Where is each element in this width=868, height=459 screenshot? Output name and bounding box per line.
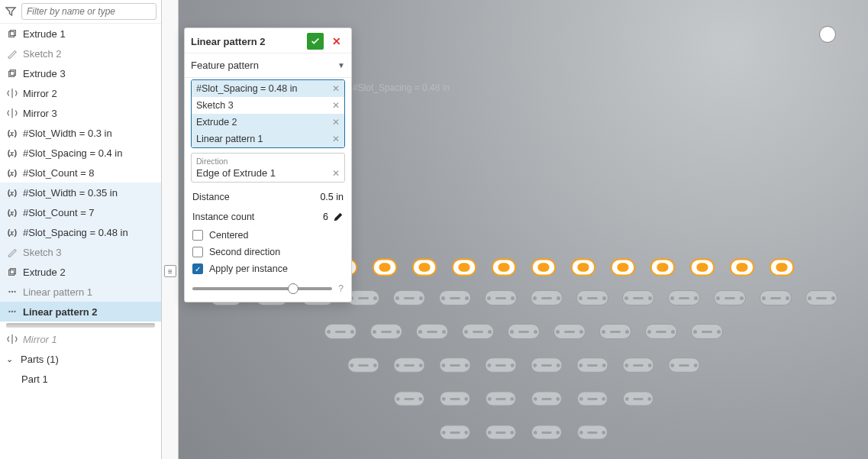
seed-slider[interactable] — [192, 287, 332, 290]
rollback-bar[interactable] — [6, 323, 155, 328]
feature-item[interactable]: Extrude 1 — [0, 24, 161, 44]
direction-value: Edge of Extrude 1 — [196, 167, 276, 179]
pattern-instance — [486, 392, 516, 406]
pattern-instance — [485, 290, 517, 305]
pattern-instance — [531, 357, 562, 373]
pattern-instance — [439, 357, 470, 373]
feature-item[interactable]: Extrude 3 — [0, 63, 161, 83]
feature-item-suppressed[interactable]: Mirror 1 — [0, 329, 161, 349]
cancel-button[interactable]: ✕ — [328, 33, 345, 50]
apply-per-instance-label: Apply per instance — [209, 263, 288, 274]
pattern-instance — [623, 392, 653, 406]
clear-direction-button[interactable]: ✕ — [332, 168, 340, 179]
feature-tree-panel: Extrude 1Sketch 2Extrude 3Mirror 2Mirror… — [0, 0, 162, 459]
feature-label: Mirror 3 — [23, 108, 57, 119]
filter-input[interactable] — [21, 3, 156, 20]
pattern-instance — [393, 290, 425, 305]
centered-checkbox[interactable] — [192, 230, 203, 241]
feature-item[interactable]: (𝑥)#Slot_Spacing = 0.48 in — [0, 222, 161, 242]
feature-item[interactable]: (𝑥)#Slot_Width = 0.3 in — [0, 123, 161, 143]
extrude-icon — [6, 27, 18, 40]
svg-rect-1 — [10, 31, 15, 36]
svg-point-7 — [11, 291, 13, 293]
pattern-instance — [531, 392, 562, 406]
apply-per-instance-checkbox[interactable]: ✓ — [192, 263, 203, 274]
feature-item[interactable]: Mirror 2 — [0, 83, 161, 103]
instance-count-input[interactable]: 6 — [323, 212, 328, 222]
pattern-seed-instance — [610, 259, 634, 276]
pattern-instance — [805, 290, 837, 305]
pattern-instance — [393, 357, 424, 373]
remove-reference-button[interactable]: ✕ — [332, 134, 340, 144]
remove-reference-button[interactable]: ✕ — [332, 117, 340, 128]
reference-item[interactable]: Extrude 2✕ — [192, 114, 344, 131]
feature-item[interactable]: (𝑥)#Slot_Spacing = 0.4 in — [0, 143, 161, 163]
feature-item[interactable]: Linear pattern 1 — [0, 282, 161, 302]
parts-header-label: Parts (1) — [21, 354, 59, 365]
feature-item[interactable]: (𝑥)#Slot_Count = 8 — [0, 163, 161, 183]
reference-item[interactable]: #Slot_Spacing = 0.48 in✕ — [192, 80, 344, 97]
feature-item[interactable]: Mirror 3 — [0, 103, 161, 123]
edit-expression-icon[interactable] — [333, 212, 344, 222]
feature-item[interactable]: Sketch 2 — [0, 44, 161, 63]
pattern-instance — [691, 324, 723, 339]
canvas-annotation: #Slot_Spacing = 0.48 in — [353, 82, 450, 93]
part-item[interactable]: Part 1 — [0, 369, 161, 389]
pattern-instance — [440, 425, 470, 440]
slider-knob[interactable] — [288, 283, 298, 294]
feature-label: #Slot_Count = 7 — [23, 207, 95, 218]
pattern-instance — [439, 290, 471, 305]
pattern-instance — [668, 290, 700, 305]
features-to-pattern-list[interactable]: #Slot_Spacing = 0.48 in✕Sketch 3✕Extrude… — [191, 79, 345, 148]
pattern-instance — [370, 324, 402, 339]
feature-label: #Slot_Width = 0.3 in — [23, 128, 112, 139]
rollback-marker-icon[interactable]: ≡ — [164, 265, 176, 277]
svg-rect-3 — [10, 70, 15, 76]
feature-label: Mirror 2 — [23, 88, 57, 99]
pattern-instance — [622, 357, 653, 373]
feature-item[interactable]: (𝑥)#Slot_Count = 7 — [0, 202, 161, 222]
instance-count-label: Instance count — [192, 212, 254, 222]
reference-item[interactable]: Linear pattern 1✕ — [192, 131, 344, 147]
distance-input[interactable]: 0.5 in — [320, 192, 344, 202]
pattern-seed-instance — [570, 259, 595, 276]
pattern-instance — [760, 290, 792, 305]
pattern-instance — [531, 290, 563, 305]
feature-label: Mirror 1 — [23, 334, 57, 345]
var-icon: (𝑥) — [6, 226, 18, 238]
confirm-button[interactable] — [307, 33, 324, 50]
svg-point-6 — [8, 291, 10, 293]
rollback-gutter[interactable]: ≡ — [162, 0, 179, 459]
pattern-instance — [553, 324, 586, 339]
filter-icon[interactable] — [5, 5, 17, 18]
svg-point-10 — [11, 311, 13, 312]
remove-reference-button[interactable]: ✕ — [332, 100, 340, 111]
feature-item[interactable]: Extrude 2 — [0, 262, 161, 282]
second-direction-label: Second direction — [209, 247, 280, 257]
feature-label: Sketch 3 — [23, 247, 62, 258]
pattern-instance — [577, 392, 608, 406]
feature-list[interactable]: Extrude 1Sketch 2Extrude 3Mirror 2Mirror… — [0, 24, 161, 459]
feature-item[interactable]: (𝑥)#Slot_Width = 0.35 in — [0, 183, 161, 202]
mirror-icon — [6, 87, 18, 99]
mirror-icon — [6, 333, 18, 345]
svg-rect-5 — [10, 269, 15, 274]
feature-item[interactable]: Linear pattern 2 — [0, 302, 161, 322]
pattern-instance — [394, 392, 424, 406]
parts-header[interactable]: ⌄Parts (1) — [0, 349, 161, 369]
sketch-icon — [6, 246, 18, 258]
pattern-instance — [347, 357, 379, 373]
remove-reference-button[interactable]: ✕ — [332, 83, 340, 94]
help-icon[interactable]: ? — [338, 283, 344, 294]
pattern-seed-instance — [491, 259, 515, 276]
reference-item[interactable]: Sketch 3✕ — [192, 97, 344, 114]
feature-item[interactable]: Sketch 3 — [0, 242, 161, 262]
pattern-instance — [576, 357, 608, 373]
direction-field[interactable]: Direction Edge of Extrude 1 ✕ — [191, 153, 345, 183]
view-orbit-icon[interactable] — [819, 26, 836, 43]
extrude-icon — [6, 266, 18, 278]
svg-point-11 — [14, 311, 15, 312]
pattern-type-select[interactable]: Feature pattern — [191, 57, 333, 74]
feature-label: Extrude 2 — [23, 267, 66, 278]
second-direction-checkbox[interactable] — [192, 247, 203, 257]
